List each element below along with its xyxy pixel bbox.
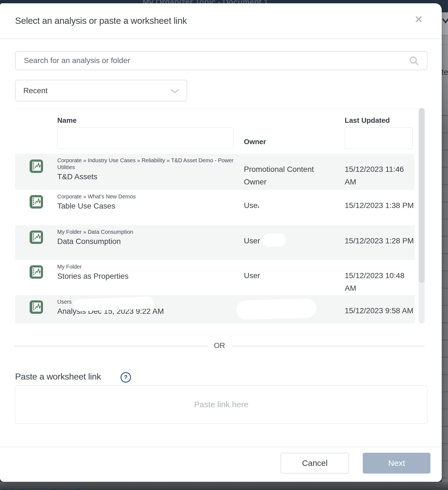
header-divider	[0, 39, 442, 39]
table-row[interactable]: My FolderStories as PropertiesUser15/12/…	[15, 260, 415, 295]
select-analysis-dialog: Select an analysis or paste a worksheet …	[0, 3, 442, 482]
close-icon[interactable]: ✕	[414, 14, 423, 25]
redaction-blob	[236, 298, 317, 320]
analysis-name-cell: Corporate » Industry Use Cases » Reliabi…	[57, 157, 234, 182]
table-row[interactable]: Corporate » What's New DemosTable Use Ca…	[15, 190, 415, 225]
chevron-down-icon	[443, 18, 448, 25]
footer-divider	[0, 447, 442, 447]
last-updated-cell: 15/12/2023 11:46 AM	[345, 163, 415, 188]
analysis-rows: Corporate » Industry Use Cases » Reliabi…	[15, 154, 415, 323]
breadcrumb: Corporate » Industry Use Cases » Reliabi…	[57, 157, 234, 171]
or-divider-line	[232, 346, 425, 346]
last-updated-cell: 15/12/2023 1:38 PM	[345, 199, 415, 212]
search-icon	[409, 56, 419, 67]
analysis-icon	[30, 300, 43, 314]
last-updated-cell: 15/12/2023 9:58 AM	[345, 304, 415, 317]
paste-link-heading: Paste a worksheet link	[15, 372, 101, 382]
dialog-title: Select an analysis or paste a worksheet …	[15, 16, 187, 26]
chevron-down-icon	[171, 89, 179, 95]
analysis-name: Data Consumption	[57, 236, 234, 247]
analysis-name: Table Use Cases	[57, 201, 234, 211]
background-clipped-text: te	[442, 67, 448, 77]
analysis-icon	[30, 159, 43, 173]
scope-dropdown[interactable]: Recent	[15, 80, 187, 101]
breadcrumb: My Folder » Data Consumption	[57, 229, 234, 235]
analysis-name-cell: My Folder » Data ConsumptionData Consump…	[57, 229, 234, 247]
redaction-blob	[258, 197, 279, 210]
breadcrumb: My Folder	[57, 263, 234, 270]
scrollbar-thumb[interactable]	[419, 108, 425, 283]
background-table-line	[442, 44, 448, 45]
background-page-strip: te	[442, 12, 448, 482]
search-input[interactable]	[15, 51, 427, 70]
paste-link-input[interactable]	[15, 385, 427, 424]
grid-top-border	[15, 108, 425, 109]
owner-cell: Promotional Content Owner	[244, 163, 318, 188]
table-row[interactable]: Corporate » Industry Use Cases » Reliabi…	[15, 154, 415, 190]
analysis-icon	[30, 195, 43, 209]
background-bottom-text: 32 SNAPSHOT	[2, 486, 82, 490]
or-label: OR	[211, 341, 228, 350]
last-updated-filter-input[interactable]	[345, 127, 413, 149]
owner-cell: User	[244, 199, 318, 212]
breadcrumb: Corporate » What's New Demos	[57, 193, 234, 200]
analysis-name-cell: Corporate » What's New DemosTable Use Ca…	[57, 193, 234, 211]
search-field-wrap	[15, 51, 427, 70]
name-filter-input[interactable]	[57, 127, 233, 149]
column-header-owner: Owner	[244, 138, 266, 146]
analysis-name: T&D Assets	[57, 172, 234, 182]
redaction-blob	[262, 233, 286, 247]
analysis-name: Stories as Properties	[57, 271, 234, 281]
analysis-name-cell: My FolderStories as Properties	[57, 263, 234, 281]
background-table-lines	[442, 99, 448, 482]
analysis-icon	[30, 265, 43, 279]
table-row[interactable]: UsersAnalysis Dec 15, 2023 9:22 AM15/12/…	[15, 295, 415, 323]
analysis-icon	[30, 230, 43, 244]
last-updated-cell: 15/12/2023 10:48 AM	[345, 269, 415, 295]
last-updated-cell: 15/12/2023 1:28 PM	[345, 235, 415, 247]
background-table-line	[442, 35, 448, 36]
next-button[interactable]: Next	[363, 453, 430, 474]
owner-cell: User	[244, 269, 318, 282]
column-header-name: Name	[57, 116, 77, 125]
help-icon[interactable]: ?	[121, 372, 131, 383]
background-bottom-strip: 32 SNAPSHOT	[0, 482, 448, 490]
cancel-button[interactable]: Cancel	[281, 453, 349, 474]
column-header-last-updated: Last Updated	[345, 116, 390, 125]
or-divider-line	[15, 346, 208, 346]
scope-dropdown-value: Recent	[23, 86, 48, 95]
table-row[interactable]: My Folder » Data ConsumptionData Consump…	[15, 225, 415, 260]
